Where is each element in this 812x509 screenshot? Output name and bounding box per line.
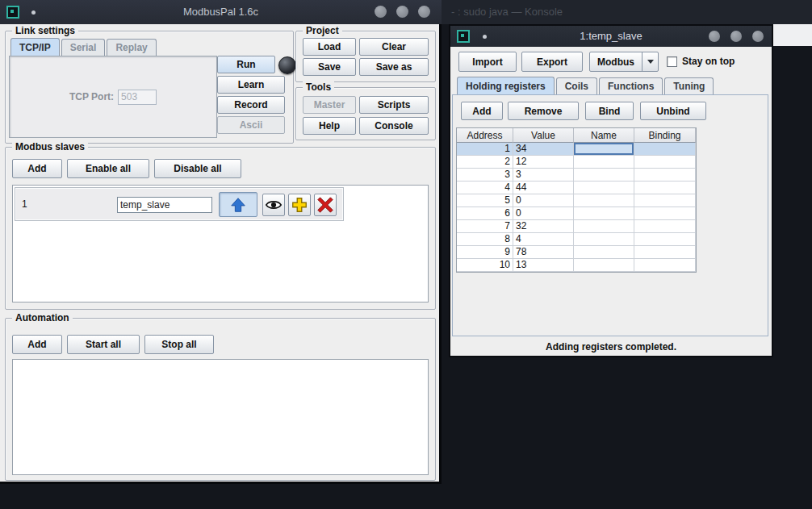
tab-replay[interactable]: Replay xyxy=(107,39,156,56)
minimize-button[interactable] xyxy=(709,31,720,42)
cell-binding[interactable] xyxy=(634,194,696,207)
close-button[interactable] xyxy=(418,6,430,18)
run-button[interactable]: Run xyxy=(217,56,275,73)
cell-name[interactable] xyxy=(574,156,634,169)
cell-name[interactable] xyxy=(574,181,634,194)
slave-duplicate-button[interactable] xyxy=(288,194,311,216)
cell-address[interactable]: 7 xyxy=(457,220,513,233)
cell-value[interactable]: 12 xyxy=(513,156,574,169)
cell-value[interactable]: 78 xyxy=(513,246,574,259)
slave-row[interactable]: 1 xyxy=(15,187,344,221)
cell-name[interactable] xyxy=(574,246,634,259)
start-all-button[interactable]: Start all xyxy=(67,335,140,354)
cell-value[interactable]: 4 xyxy=(513,233,574,246)
main-window-titlebar[interactable]: ModbusPal 1.6c xyxy=(0,0,442,24)
slave-delete-button[interactable] xyxy=(314,194,337,216)
slave-show-button[interactable] xyxy=(262,194,285,216)
cell-binding[interactable] xyxy=(634,246,696,259)
cell-value[interactable]: 32 xyxy=(513,220,574,233)
console-button[interactable]: Console xyxy=(359,117,429,135)
table-row[interactable]: 1013 xyxy=(457,259,696,272)
disable-all-button[interactable]: Disable all xyxy=(154,159,241,178)
stop-all-button[interactable]: Stop all xyxy=(144,335,214,354)
implementation-select[interactable]: Modbus xyxy=(589,52,659,72)
cell-binding[interactable] xyxy=(634,233,696,246)
register-remove-button[interactable]: Remove xyxy=(508,102,579,120)
tab-tcpip[interactable]: TCP/IP xyxy=(10,38,60,56)
register-add-button[interactable]: Add xyxy=(461,102,503,120)
register-bind-button[interactable]: Bind xyxy=(585,102,634,120)
maximize-button[interactable] xyxy=(396,6,408,18)
cell-binding[interactable] xyxy=(634,143,696,156)
cell-binding[interactable] xyxy=(634,207,696,220)
close-button[interactable] xyxy=(752,31,764,42)
cell-name[interactable] xyxy=(574,169,634,181)
table-row[interactable]: 60 xyxy=(457,207,696,220)
tab-holding-registers[interactable]: Holding registers xyxy=(457,77,555,94)
cell-value[interactable]: 0 xyxy=(513,207,574,220)
table-row[interactable]: 444 xyxy=(457,181,696,194)
col-header-name[interactable]: Name xyxy=(574,128,634,143)
cell-address[interactable]: 10 xyxy=(457,259,513,272)
table-row[interactable]: 134 xyxy=(457,143,696,156)
col-header-binding[interactable]: Binding xyxy=(634,128,696,143)
cell-value[interactable]: 13 xyxy=(513,259,574,272)
export-button[interactable]: Export xyxy=(521,52,583,72)
cell-address[interactable]: 1 xyxy=(457,143,513,156)
enable-all-button[interactable]: Enable all xyxy=(67,159,149,178)
cell-binding[interactable] xyxy=(634,220,696,233)
table-row[interactable]: 33 xyxy=(457,169,696,181)
konsole-titlebar[interactable]: - : sudo java — Konsole xyxy=(442,0,812,24)
save-as-button[interactable]: Save as xyxy=(359,58,429,76)
cell-name[interactable] xyxy=(574,207,634,220)
tcp-port-field[interactable] xyxy=(118,90,157,105)
cell-address[interactable]: 3 xyxy=(457,169,513,181)
cell-address[interactable]: 4 xyxy=(457,181,513,194)
cell-address[interactable]: 6 xyxy=(457,207,513,220)
tab-serial[interactable]: Serial xyxy=(61,39,106,56)
register-unbind-button[interactable]: Unbind xyxy=(640,102,706,120)
save-button[interactable]: Save xyxy=(303,58,356,76)
maximize-button[interactable] xyxy=(730,31,742,42)
cell-address[interactable]: 5 xyxy=(457,194,513,207)
tab-tuning[interactable]: Tuning xyxy=(664,77,714,94)
cell-value[interactable]: 34 xyxy=(513,143,574,156)
automation-add-button[interactable]: Add xyxy=(12,335,62,354)
cell-address[interactable]: 2 xyxy=(457,156,513,169)
minimize-button[interactable] xyxy=(375,6,387,18)
table-row[interactable]: 978 xyxy=(457,246,696,259)
cell-name[interactable] xyxy=(574,259,634,272)
clear-button[interactable]: Clear xyxy=(359,38,429,56)
cell-address[interactable]: 8 xyxy=(457,233,513,246)
cell-binding[interactable] xyxy=(634,181,696,194)
help-button[interactable]: Help xyxy=(303,117,356,135)
cell-value[interactable]: 44 xyxy=(513,181,574,194)
col-header-address[interactable]: Address xyxy=(457,128,513,143)
slave-add-button[interactable]: Add xyxy=(12,159,62,178)
cell-binding[interactable] xyxy=(634,169,696,181)
slave-window-titlebar[interactable]: 1:temp_slave xyxy=(450,26,772,47)
cell-name[interactable] xyxy=(574,233,634,246)
cell-address[interactable]: 9 xyxy=(457,246,513,259)
learn-button[interactable]: Learn xyxy=(217,76,285,94)
table-row[interactable]: 732 xyxy=(457,220,696,233)
load-button[interactable]: Load xyxy=(303,38,356,56)
col-header-value[interactable]: Value xyxy=(513,128,574,143)
cell-value[interactable]: 0 xyxy=(513,194,574,207)
import-button[interactable]: Import xyxy=(458,52,517,72)
table-row[interactable]: 212 xyxy=(457,156,696,169)
cell-name[interactable] xyxy=(574,143,634,156)
stay-on-top-checkbox[interactable] xyxy=(667,56,677,67)
cell-value[interactable]: 3 xyxy=(513,169,574,181)
table-row[interactable]: 84 xyxy=(457,233,696,246)
cell-name[interactable] xyxy=(574,220,634,233)
cell-binding[interactable] xyxy=(634,156,696,169)
cell-binding[interactable] xyxy=(634,259,696,272)
table-row[interactable]: 50 xyxy=(457,194,696,207)
slave-name-field[interactable] xyxy=(117,197,212,213)
tab-functions[interactable]: Functions xyxy=(599,77,663,94)
slave-enable-toggle[interactable] xyxy=(219,192,257,217)
record-button[interactable]: Record xyxy=(217,96,285,114)
cell-name[interactable] xyxy=(574,194,634,207)
tab-coils[interactable]: Coils xyxy=(556,77,597,94)
